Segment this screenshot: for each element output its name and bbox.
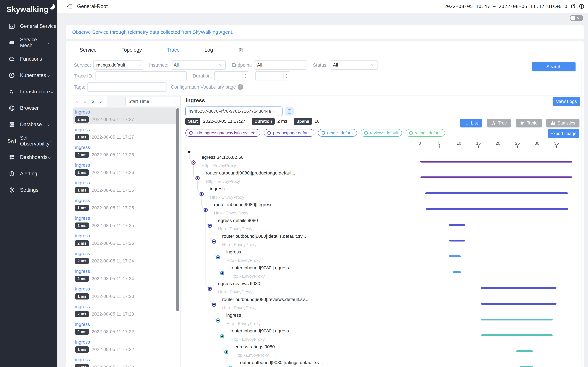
trace-list-item[interactable]: ingress1 ms2022-08-05 11:17:27: [73, 125, 176, 142]
span-name[interactable]: router inbound|9080|| egress: [214, 202, 273, 207]
span-duration-bar[interactable]: [426, 208, 568, 210]
sidebar-item-settings[interactable]: Settings: [0, 182, 57, 198]
span-name[interactable]: ingress: [226, 249, 241, 255]
page-2[interactable]: 2: [92, 99, 95, 104]
view-list-button[interactable]: List: [460, 119, 482, 127]
step-up-icon[interactable]: ▴: [286, 73, 287, 76]
view-statistics-button[interactable]: Statistics: [546, 119, 579, 127]
number-stepper[interactable]: ▴▾: [242, 72, 249, 80]
legend-chip-productpage[interactable]: productpage.default: [264, 129, 314, 137]
number-stepper[interactable]: ▴▾: [283, 72, 290, 80]
span-row[interactable]: router outbound|9080||details.default.sv…: [71, 233, 581, 248]
span-duration-bar[interactable]: [420, 161, 572, 163]
sidebar-item-general-service[interactable]: General Service: [0, 18, 57, 34]
clipboard-tab-icon[interactable]: [238, 47, 243, 53]
step-down-icon[interactable]: ▾: [245, 76, 246, 78]
span-duration-bar[interactable]: [481, 303, 556, 305]
span-row[interactable]: egress reviews:9080Http - EnvoyProxy: [71, 280, 581, 296]
prev-page-icon[interactable]: ‹: [76, 99, 78, 104]
span-row[interactable]: ingressHttp - EnvoyProxy: [71, 185, 581, 201]
collapse-menu-icon[interactable]: [67, 3, 73, 9]
legend-chip-reviews[interactable]: reviews.default: [361, 129, 402, 137]
service-select[interactable]: ratings.default: [93, 60, 143, 70]
sidebar-item-dashboards[interactable]: Dashboards: [0, 149, 57, 166]
span-row[interactable]: router outbound|9080||ratings.default.sv…: [71, 359, 581, 367]
trace-name[interactable]: ingress: [73, 108, 176, 116]
span-name[interactable]: router inbound|9080|| egress: [230, 328, 289, 334]
sidebar-item-functions[interactable]: Functions: [0, 51, 57, 67]
tags-input[interactable]: [87, 83, 167, 92]
time-range[interactable]: 2022-08-05 10:47 ~ 2022-08-05 11:17 UTC+…: [444, 4, 567, 9]
view-tree-button[interactable]: Tree: [487, 119, 511, 127]
span-row[interactable]: router inbound|9080|| egressHttp - Envoy…: [71, 264, 581, 280]
trace-id-input[interactable]: [95, 71, 187, 80]
span-name[interactable]: egress details:9080: [218, 218, 258, 223]
trace-name[interactable]: ingress: [73, 143, 176, 152]
legend-chip-istio-ingressgateway[interactable]: istio-ingressgateway.istio-system: [185, 129, 260, 137]
span-duration-bar[interactable]: [453, 271, 461, 273]
span-name[interactable]: egress ratings:9080: [234, 344, 275, 350]
span-name[interactable]: router inbound|9080|| egress: [230, 265, 289, 270]
span-name[interactable]: egress reviews:9080: [218, 281, 260, 286]
trace-name[interactable]: ingress: [73, 125, 176, 134]
help-icon[interactable]: ?: [238, 84, 243, 90]
sort-select[interactable]: Start Time: [125, 97, 181, 106]
span-row[interactable]: egress ratings:9080Http - EnvoyProxy: [71, 343, 581, 359]
trace-id-select[interactable]: 494f5257-3070-4f78-9761-72677543644a: [185, 107, 283, 116]
info-icon[interactable]: [579, 4, 584, 9]
endpoint-input[interactable]: All: [254, 60, 307, 70]
sidebar-item-service-mesh[interactable]: Service Mesh: [0, 34, 57, 51]
span-row[interactable]: egress details:9080Http - EnvoyProxy: [71, 217, 581, 233]
span-duration-bar[interactable]: [520, 366, 533, 367]
trace-list-item[interactable]: ingress2 ms2022-08-05 11:17:27: [73, 108, 176, 124]
span-duration-bar[interactable]: [481, 334, 553, 336]
version-toggle[interactable]: V: [570, 15, 583, 21]
span-name[interactable]: router outbound|9080||ratings.default.sv…: [239, 360, 323, 365]
page-1[interactable]: 1: [83, 99, 86, 104]
span-duration-bar[interactable]: [425, 192, 568, 194]
duration-min-input[interactable]: ▴▾: [214, 71, 249, 80]
duration-max-input[interactable]: ▴▾: [255, 71, 290, 80]
legend-chip-details[interactable]: details.default: [318, 129, 357, 137]
span-name[interactable]: router outbound|9080||reviews.default.sv…: [222, 297, 308, 302]
sidebar-item-infrastructure[interactable]: Infrastructure: [0, 83, 57, 100]
sidebar-item-database[interactable]: Database: [0, 116, 57, 133]
span-duration-bar[interactable]: [449, 240, 465, 242]
status-select[interactable]: All: [330, 60, 378, 70]
span-row[interactable]: router inbound|9080|| egressHttp - Envoy…: [71, 201, 581, 217]
refresh-icon[interactable]: [570, 4, 576, 9]
tab-topology[interactable]: Topology: [121, 47, 142, 53]
step-up-icon[interactable]: ▴: [245, 73, 246, 76]
copy-trace-id-button[interactable]: [285, 107, 294, 116]
tab-trace[interactable]: Trace: [167, 47, 180, 53]
span-name[interactable]: egress 34.126.82.50: [202, 155, 243, 160]
sidebar-item-self-observability[interactable]: Sw)Self Observability: [0, 133, 57, 149]
span-name[interactable]: router outbound|9080||details.default.sv…: [222, 234, 306, 239]
span-name[interactable]: router outbound|9080||productpage.defaul…: [206, 170, 295, 176]
legend-chip-ratings[interactable]: ratings.default: [406, 129, 445, 137]
search-button[interactable]: Search: [532, 62, 576, 71]
tab-service[interactable]: Service: [79, 47, 96, 53]
span-row[interactable]: router outbound|9080||productpage.defaul…: [71, 169, 581, 185]
span-row[interactable]: router outbound|9080||reviews.default.sv…: [71, 296, 581, 312]
span-name[interactable]: ingress: [210, 186, 225, 192]
span-row[interactable]: egress 34.126.82.50Http - EnvoyProxy: [71, 154, 581, 169]
span-duration-bar[interactable]: [516, 350, 533, 352]
instance-select[interactable]: All: [171, 60, 226, 70]
config-vocabulary-link[interactable]: Configuration Vocabulary page: [171, 84, 236, 90]
span-row[interactable]: ingressHttp - EnvoyProxy: [71, 312, 581, 327]
tab-log[interactable]: Log: [205, 47, 213, 53]
step-down-icon[interactable]: ▾: [286, 76, 287, 78]
sidebar-item-browser[interactable]: Browser: [0, 100, 57, 116]
view-logs-button[interactable]: View Logs: [553, 97, 580, 106]
sidebar-item-alerting[interactable]: Alerting: [0, 166, 57, 182]
sidebar-item-kubernetes[interactable]: Kubernetes: [0, 67, 57, 83]
export-image-button[interactable]: Export image: [548, 129, 579, 138]
span-duration-bar[interactable]: [449, 255, 461, 257]
span-name[interactable]: ingress: [226, 313, 241, 318]
span-row[interactable]: ingressHttp - EnvoyProxy: [71, 248, 581, 264]
span-duration-bar[interactable]: [481, 287, 556, 289]
next-page-icon[interactable]: ›: [100, 99, 102, 104]
span-duration-bar[interactable]: [449, 224, 465, 226]
span-duration-bar[interactable]: [481, 319, 553, 320]
